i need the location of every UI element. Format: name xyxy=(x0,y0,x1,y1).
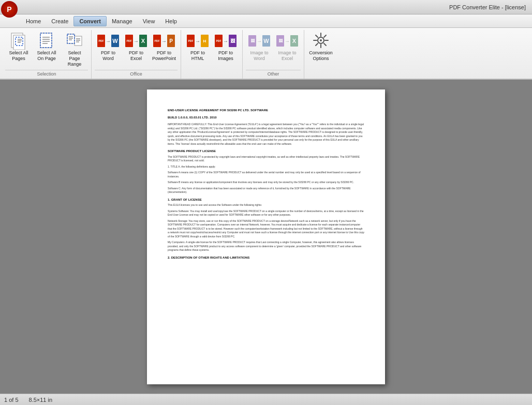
pdf-to-word-button[interactable]: PDF → W PDF toWord xyxy=(95,30,122,63)
doc-section-3-heading: 2. DESCRIPTION OF OTHER RIGHTS AND LIMIT… xyxy=(168,256,364,260)
pdf-to-ppt-label: PDF toPowerPoint xyxy=(152,50,176,62)
pdf-to-images-icon: PDF → 🖼 xyxy=(217,33,234,49)
svg-rect-12 xyxy=(67,34,75,43)
document-preview: END-USER LICENSE AGREEMENT FOR SI3266 PC… xyxy=(147,89,385,384)
pdf-to-images-button[interactable]: PDF → 🖼 PDF toImages xyxy=(212,30,239,63)
ribbon-buttons-options: ConversionOptions xyxy=(307,30,334,70)
selection-group-label: Selection xyxy=(5,70,88,79)
pdf-to-excel-label: PDF toExcel xyxy=(129,50,143,62)
ribbon-buttons-office: PDF → W PDF toWord PDF → X xyxy=(95,30,178,70)
doc-title: END-USER LICENSE AGREEMENT FOR SI3266 PC… xyxy=(168,108,364,112)
image-to-word-label: Image toWord xyxy=(250,50,268,62)
menu-bar: Home Create Convert Manage View Help xyxy=(0,14,532,28)
page-count: 1 of 5 xyxy=(4,397,19,403)
ribbon: Select AllPages Select A xyxy=(0,28,532,80)
doc-para-1: IMPORTANT-READ CAREFULLY: This End-User … xyxy=(168,123,364,146)
image-to-excel-button[interactable]: 🖼 → X Image toExcel xyxy=(274,30,301,63)
select-all-pages-label: Select AllPages xyxy=(9,50,28,62)
conversion-options-button[interactable]: ConversionOptions xyxy=(307,30,334,63)
image-to-word-button[interactable]: 🖼 → W Image toWord xyxy=(246,30,273,63)
doc-para-3: 1. TITLE A. the following definitions ap… xyxy=(168,165,364,169)
pdf-to-html-label: PDF toHTML xyxy=(190,50,205,62)
ribbon-group-options: ConversionOptions - xyxy=(304,30,337,79)
svg-rect-13 xyxy=(75,36,82,46)
document-text: END-USER LICENSE AGREEMENT FOR SI3266 PC… xyxy=(168,108,364,260)
select-all-on-page-button[interactable]: Select AllOn Page xyxy=(33,30,60,63)
doc-para-2: The SOFTWARE PRODUCT is protected by cop… xyxy=(168,155,364,163)
svg-rect-6 xyxy=(40,33,52,48)
menu-help[interactable]: Help xyxy=(160,17,182,26)
doc-para-6: Software C: Any form of documentation th… xyxy=(168,187,364,194)
select-page-range-button[interactable]: Select PageRange xyxy=(61,30,88,68)
menu-view[interactable]: View xyxy=(138,17,160,26)
pdf-to-ppt-button[interactable]: PDF → P PDF toPowerPoint xyxy=(151,30,178,63)
select-all-pages-button[interactable]: Select AllPages xyxy=(5,30,32,63)
doc-section-1-heading: SOFTWARE PRODUCT LICENSE xyxy=(168,149,364,153)
doc-para-5: Software B means any license or applicat… xyxy=(168,181,364,185)
pdf-to-images-label: PDF toImages xyxy=(218,50,233,62)
menu-create[interactable]: Create xyxy=(46,17,73,26)
ribbon-buttons-other: 🖼 → W Image toWord 🖼 → X xyxy=(246,30,301,70)
svg-line-28 xyxy=(324,43,326,46)
pdf-to-html-icon: PDF → H xyxy=(189,33,206,49)
image-to-word-icon: 🖼 → W xyxy=(251,33,268,49)
image-to-excel-label: Image toExcel xyxy=(278,50,296,62)
ribbon-buttons-selection: Select AllPages Select A xyxy=(5,30,88,70)
pdf-to-word-icon: PDF → W xyxy=(100,33,116,49)
doc-para-7: This EULA licenses you to use and access… xyxy=(168,203,364,207)
select-page-range-icon xyxy=(66,33,83,49)
menu-home[interactable]: Home xyxy=(21,17,46,26)
title-bar: PDF Converter Elite - [license] xyxy=(0,0,532,14)
ribbon-group-web: PDF → H PDF toHTML PDF → 🖼 xyxy=(181,30,243,79)
select-all-on-page-label: Select AllOn Page xyxy=(37,50,56,62)
doc-para-9: Network-Storage: You may store, use or r… xyxy=(168,219,364,239)
pdf-to-excel-button[interactable]: PDF → X PDF toExcel xyxy=(123,30,150,63)
svg-line-27 xyxy=(316,35,318,37)
pdf-to-excel-icon: PDF → X xyxy=(128,33,144,49)
image-to-excel-icon: 🖼 → X xyxy=(279,33,295,49)
select-page-range-label: Select PageRange xyxy=(63,50,86,67)
other-group-label: Other xyxy=(246,70,301,79)
page-size: 8.5×11 in xyxy=(29,397,53,403)
select-all-pages-icon xyxy=(10,33,27,49)
main-content: END-USER LICENSE AGREEMENT FOR SI3266 PC… xyxy=(0,80,532,394)
svg-line-30 xyxy=(316,43,318,46)
doc-subtitle: BUILD 1.0.0.0, 03.03.01 LTD. 2010 xyxy=(168,115,364,119)
status-bar: 1 of 5 8.5×11 in xyxy=(0,394,532,405)
ribbon-group-office: PDF → W PDF toWord PDF → X xyxy=(92,30,181,79)
title-bar-text: PDF Converter Elite - [license] xyxy=(449,4,526,10)
ribbon-group-selection: Select AllPages Select A xyxy=(2,30,92,79)
menu-manage[interactable]: Manage xyxy=(107,17,138,26)
menu-convert[interactable]: Convert xyxy=(73,16,107,26)
conversion-options-icon xyxy=(313,33,329,49)
ribbon-buttons-web: PDF → H PDF toHTML PDF → 🖼 xyxy=(184,30,239,70)
office-group-label: Office xyxy=(95,70,178,79)
doc-section-2-heading: 1. GRANT OF LICENSE xyxy=(168,198,364,202)
pdf-to-html-button[interactable]: PDF → H PDF toHTML xyxy=(184,30,211,63)
pdf-to-ppt-icon: PDF → P xyxy=(156,33,172,49)
app-logo: P xyxy=(1,1,18,18)
svg-point-22 xyxy=(320,39,322,41)
doc-para-8: Systems Software: You may install and us… xyxy=(168,209,364,217)
select-all-on-page-icon xyxy=(38,33,55,49)
doc-para-4: Software A means one (1) COPY of the SOF… xyxy=(168,171,364,178)
conversion-options-label: ConversionOptions xyxy=(309,50,333,62)
svg-line-29 xyxy=(324,35,326,37)
pdf-to-word-label: PDF toWord xyxy=(101,50,115,62)
doc-para-10: My Computers: A single-site license for … xyxy=(168,241,364,252)
ribbon-group-other: 🖼 → W Image toWord 🖼 → X xyxy=(243,30,304,79)
